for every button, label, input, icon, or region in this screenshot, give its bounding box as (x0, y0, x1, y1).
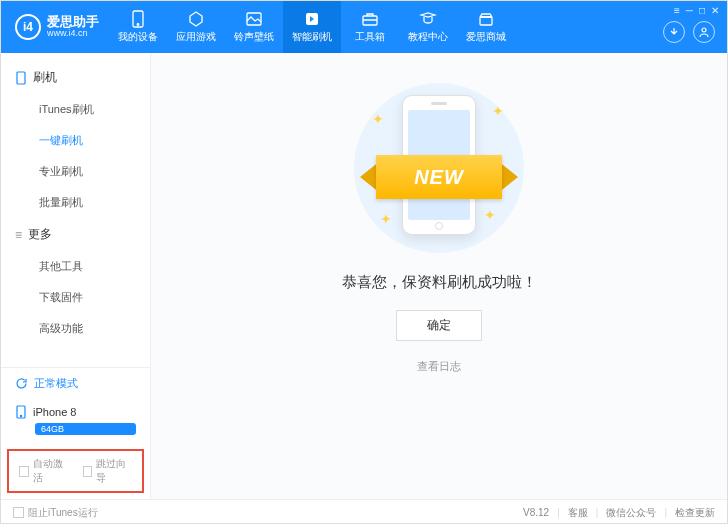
brand-logo: i4 爱思助手 www.i4.cn (1, 14, 109, 40)
window-controls: ≡ ─ □ ✕ (674, 5, 719, 16)
logo-icon: i4 (15, 14, 41, 40)
shop-icon (477, 10, 495, 28)
success-message: 恭喜您，保资料刷机成功啦！ (342, 273, 537, 292)
refresh-icon (15, 377, 28, 390)
ok-button[interactable]: 确定 (396, 310, 482, 341)
menu-icon: ≡ (15, 228, 22, 242)
sidebar-group-flash: 刷机 (1, 61, 150, 94)
sidebar-item-itunes-flash[interactable]: iTunes刷机 (1, 94, 150, 125)
svg-rect-5 (480, 17, 492, 25)
sidebar-item-pro-flash[interactable]: 专业刷机 (1, 156, 150, 187)
brand-title: 爱思助手 (47, 15, 99, 29)
version-label: V8.12 (523, 507, 549, 518)
svg-point-9 (20, 415, 21, 416)
block-itunes-checkbox[interactable]: 阻止iTunes运行 (13, 506, 98, 520)
sidebar-item-advanced[interactable]: 高级功能 (1, 313, 150, 344)
user-button[interactable] (693, 21, 715, 43)
device-icon (15, 71, 27, 85)
success-illustration: ✦ ✦ ✦ ✦ NEW (334, 83, 544, 253)
nav-tools[interactable]: 工具箱 (341, 1, 399, 53)
svg-point-1 (137, 24, 139, 26)
skip-guide-checkbox[interactable]: 跳过向导 (83, 457, 133, 485)
tutorial-icon (419, 10, 437, 28)
status-bar: 阻止iTunes运行 V8.12 | 客服 | 微信公众号 | 检查更新 (1, 499, 727, 524)
view-log-link[interactable]: 查看日志 (417, 359, 461, 374)
sidebar-item-batch-flash[interactable]: 批量刷机 (1, 187, 150, 218)
sidebar-item-other-tools[interactable]: 其他工具 (1, 251, 150, 282)
new-ribbon: NEW (354, 155, 524, 199)
sidebar-item-download-fw[interactable]: 下载固件 (1, 282, 150, 313)
sidebar-item-oneclick-flash[interactable]: 一键刷机 (1, 125, 150, 156)
update-link[interactable]: 检查更新 (675, 506, 715, 520)
menu-icon[interactable]: ≡ (674, 5, 680, 16)
brand-url: www.i4.cn (47, 29, 99, 39)
title-bar: i4 爱思助手 www.i4.cn 我的设备 应用游戏 铃声壁纸 智能刷机 工具… (1, 1, 727, 53)
main-nav: 我的设备 应用游戏 铃声壁纸 智能刷机 工具箱 教程中心 爱思商城 (109, 1, 515, 53)
nav-my-device[interactable]: 我的设备 (109, 1, 167, 53)
close-icon[interactable]: ✕ (711, 5, 719, 16)
apps-icon (187, 10, 205, 28)
nav-apps[interactable]: 应用游戏 (167, 1, 225, 53)
media-icon (245, 10, 263, 28)
nav-shop[interactable]: 爱思商城 (457, 1, 515, 53)
sidebar-group-more: ≡ 更多 (1, 218, 150, 251)
wechat-link[interactable]: 微信公众号 (606, 506, 656, 520)
nav-media[interactable]: 铃声壁纸 (225, 1, 283, 53)
phone-icon (15, 405, 27, 419)
toolbox-icon (361, 10, 379, 28)
svg-point-6 (702, 28, 706, 32)
nav-tutorial[interactable]: 教程中心 (399, 1, 457, 53)
options-highlighted: 自动激活 跳过向导 (7, 449, 144, 493)
nav-flash[interactable]: 智能刷机 (283, 1, 341, 53)
main-content: ✦ ✦ ✦ ✦ NEW 恭喜您，保资料刷机成功啦！ 确定 查看日志 (151, 53, 727, 499)
sidebar: 刷机 iTunes刷机 一键刷机 专业刷机 批量刷机 ≡ 更多 其他工具 下载固… (1, 53, 151, 499)
download-button[interactable] (663, 21, 685, 43)
storage-badge: 64GB (35, 423, 136, 435)
maximize-icon[interactable]: □ (699, 5, 705, 16)
flash-icon (303, 10, 321, 28)
auto-activate-checkbox[interactable]: 自动激活 (19, 457, 69, 485)
device-icon (129, 10, 147, 28)
svg-rect-7 (17, 72, 25, 84)
device-info[interactable]: iPhone 8 64GB (1, 399, 150, 445)
minimize-icon[interactable]: ─ (686, 5, 693, 16)
device-mode[interactable]: 正常模式 (1, 368, 150, 399)
support-link[interactable]: 客服 (568, 506, 588, 520)
